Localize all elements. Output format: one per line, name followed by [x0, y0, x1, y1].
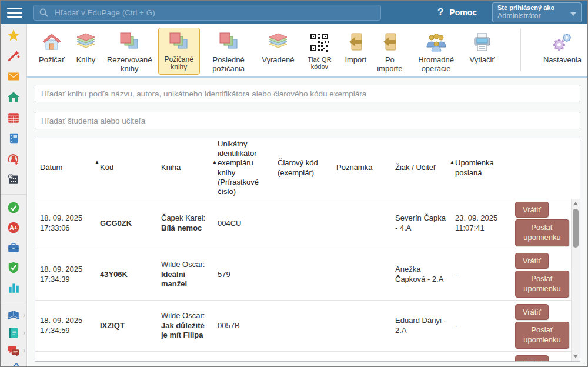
sidebar-item-sign[interactable]	[1, 362, 26, 366]
global-search-input[interactable]	[54, 8, 375, 18]
table-row: 18. 09. 202517:34:39 43Y06K Wilde Oscar:…	[35, 249, 580, 301]
printer-icon	[472, 31, 493, 54]
cell-note	[336, 301, 395, 351]
cell-actions: Vrátiť	[515, 352, 580, 362]
toolbar-item-pozicane-knihy[interactable]: Požičané knihy	[158, 28, 200, 75]
shield-check-icon	[7, 261, 20, 274]
column-header-unikatny-identifikator[interactable]: Unikátny identifikátor exempláru knihy (…	[218, 138, 278, 198]
toolbar-item-label: Požičané knihy	[163, 56, 195, 72]
chevron-right-icon: ›	[23, 347, 25, 354]
sidebar-item-wizard[interactable]	[1, 50, 26, 62]
toolbar-item-tlac-qr-kodov[interactable]: Tlač QR kódov	[300, 28, 339, 74]
help-label: Pomoc	[449, 8, 477, 17]
send-reminder-button[interactable]: Poslať upomienku	[515, 219, 569, 246]
toolbar-item-knihy[interactable]: Knihy	[71, 28, 101, 68]
sort-asc-icon: ▲	[212, 159, 217, 165]
toolbar-item-label: Požičať	[39, 56, 65, 65]
cards-icon	[218, 31, 239, 54]
envelope-icon	[7, 70, 20, 83]
book-search-input[interactable]	[35, 85, 580, 102]
cell-note	[336, 198, 395, 249]
cell-date: 18. 09. 202517:34:39	[40, 249, 100, 300]
toolbar-item-posledne-pozicania[interactable]: Posledné požičania	[201, 28, 256, 76]
scroll-up-icon[interactable]	[573, 202, 578, 205]
cell-note	[336, 249, 395, 300]
sidebar-item-notebook[interactable]	[1, 132, 26, 144]
import-icon	[379, 31, 400, 54]
sidebar-item-schedule[interactable]	[1, 174, 26, 185]
toolbar-item-label: Nastavenia	[543, 56, 582, 65]
sidebar-divider	[1, 194, 26, 195]
column-header-kniha[interactable]: Kniha ▲	[161, 138, 218, 198]
person-search-input[interactable]	[35, 112, 580, 129]
sidebar-item-substitution[interactable]	[1, 153, 26, 165]
sidebar-item-attendance[interactable]	[1, 202, 26, 213]
toolbar-item-pozicat[interactable]: Požičať	[34, 28, 69, 68]
toolbar-item-po-importe[interactable]: Po importe	[372, 28, 407, 76]
toolbar-item-vyradene[interactable]: Vyradené	[257, 28, 299, 68]
toolbar-item-label: Tlač QR kódov	[305, 56, 334, 71]
import-icon	[345, 31, 366, 54]
sidebar-item-communication[interactable]: ›	[1, 345, 26, 356]
cell-reminder: 23. 09. 202511:07:41	[455, 198, 515, 249]
cell-date: 18. 09. 202517:33:06	[40, 198, 100, 249]
pen-icon	[7, 362, 20, 366]
sidebar-item-documents[interactable]: ›	[1, 327, 26, 339]
sidebar-item-star[interactable]	[1, 29, 26, 41]
toolbar-item-nastavenia[interactable]: Nastavenia	[539, 28, 586, 68]
sidebar-item-timetable[interactable]	[1, 112, 26, 124]
library-icon	[7, 309, 20, 322]
sidebar-item-grades[interactable]: A+	[1, 222, 26, 233]
column-header-kod[interactable]: Kód	[100, 138, 161, 198]
layers-icon	[75, 31, 96, 54]
gears-icon	[552, 31, 573, 54]
table-row-partial: Vrátiť	[35, 352, 580, 362]
sort-asc-icon: ▲	[95, 159, 99, 165]
sidebar-item-messages[interactable]	[1, 71, 26, 82]
cell-unique-id: 579	[218, 249, 278, 300]
sidebar-item-agenda[interactable]	[1, 242, 26, 253]
column-header-ziak-ucitel[interactable]: Žiak / Učiteľ ▲	[395, 138, 455, 198]
magic-wand-icon	[7, 49, 20, 62]
toolbar-item-import[interactable]: Import	[340, 28, 371, 68]
toolbar-item-hromadne-operacie[interactable]: Hromadné operácie	[409, 28, 464, 76]
toolbar-item-vytlacit[interactable]: Vytlačiť	[465, 28, 500, 68]
house-icon	[41, 31, 62, 54]
cell-unique-id: 004CU	[218, 198, 278, 249]
scrollbar-thumb[interactable]	[573, 209, 579, 248]
send-reminder-button[interactable]: Poslať upomienku	[515, 322, 569, 349]
column-header-ciarovy-kod[interactable]: Čiarový kód (exemplár)	[278, 138, 336, 198]
chat-icon	[7, 344, 20, 357]
sidebar-item-library[interactable]: ›	[1, 309, 26, 321]
column-header-poznamka[interactable]: Poznámka	[336, 138, 395, 198]
notebook-icon	[7, 132, 20, 145]
layers-icon	[268, 31, 289, 54]
table-scrollbar[interactable]	[571, 199, 580, 361]
toolbar-item-label: Po importe	[377, 56, 402, 73]
return-button[interactable]: Vrátiť	[515, 202, 549, 218]
toolbar-item-label: Vytlačiť	[470, 56, 495, 65]
scroll-down-icon[interactable]	[573, 355, 578, 358]
sidebar-item-home[interactable]	[1, 91, 26, 103]
cell-person: Anežka Čapková - 2.A	[395, 249, 455, 300]
cell-actions: Vrátiť Poslať upomienku	[515, 249, 580, 300]
column-header-datum[interactable]: Dátum ▲	[40, 138, 100, 198]
sidebar-item-security[interactable]	[1, 262, 26, 273]
star-icon	[7, 29, 20, 42]
help-button[interactable]: ? Pomoc	[437, 6, 477, 18]
return-button[interactable]: Vrátiť	[515, 253, 549, 269]
toolbar-item-rezervovane-knihy[interactable]: Rezervované knihy	[102, 28, 157, 76]
sidebar-item-results[interactable]	[1, 282, 26, 293]
user-menu[interactable]: Ste prihlásený ako Administrátor	[492, 2, 582, 22]
home-icon	[7, 91, 20, 104]
return-button[interactable]: Vrátiť	[515, 304, 549, 320]
return-button[interactable]: Vrátiť	[515, 355, 549, 362]
main-content: Dátum ▲ Kód Kniha ▲ Unikátny identifikát…	[28, 78, 587, 366]
question-mark-icon: ?	[437, 6, 443, 18]
column-header-upomienka[interactable]: Upomienka poslaná	[455, 138, 515, 198]
hamburger-menu-button[interactable]	[7, 5, 22, 20]
send-reminder-button[interactable]: Poslať upomienku	[515, 271, 569, 298]
schedule-clock-icon	[7, 173, 20, 186]
topbar: ? Pomoc Ste prihlásený ako Administrátor	[1, 1, 587, 24]
cell-barcode	[278, 301, 336, 351]
